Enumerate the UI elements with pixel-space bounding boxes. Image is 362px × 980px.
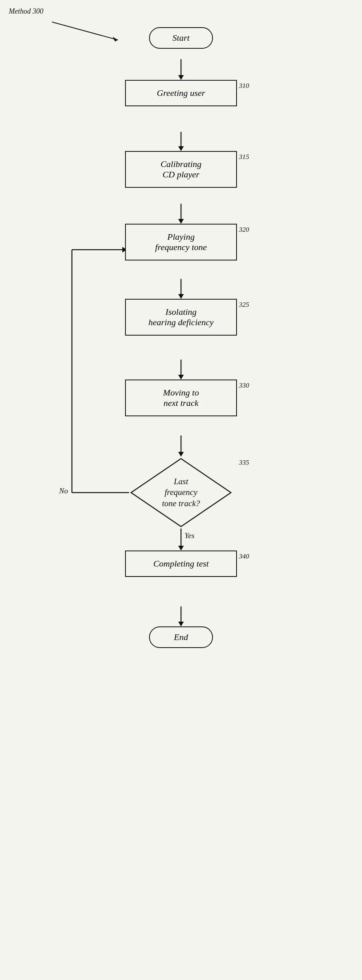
flowchart-diagram: Method 300 (0, 0, 362, 980)
yes-label: Yes (185, 531, 195, 540)
step-310: Greeting user (125, 80, 237, 106)
step-num-310: 310 (239, 82, 249, 90)
step-num-330: 330 (239, 382, 249, 390)
svg-marker-13 (178, 452, 184, 457)
step-330: Moving to next track (125, 380, 237, 416)
svg-marker-3 (178, 75, 184, 80)
svg-marker-9 (178, 294, 184, 299)
svg-marker-17 (178, 622, 184, 626)
svg-line-0 (52, 22, 118, 40)
svg-marker-15 (178, 546, 184, 551)
svg-marker-11 (178, 375, 184, 380)
step-335-diamond: Lastfrequencytone track? (129, 457, 233, 529)
step-num-340: 340 (239, 553, 249, 561)
step-num-315: 315 (239, 153, 249, 161)
step-340: Completing test (125, 551, 237, 577)
step-315: Calibrating CD player (125, 151, 237, 188)
svg-marker-1 (113, 37, 118, 42)
step-num-335: 335 (239, 459, 249, 467)
no-label: No (59, 487, 68, 495)
end-node: End (149, 626, 213, 648)
svg-marker-7 (178, 219, 184, 224)
step-320: Playing frequency tone (125, 224, 237, 260)
step-num-320: 320 (239, 226, 249, 234)
step-num-325: 325 (239, 301, 249, 309)
step-325: Isolating hearing deficiency (125, 299, 237, 336)
svg-marker-5 (178, 146, 184, 151)
method-label: Method 300 (9, 7, 43, 16)
start-node: Start (149, 27, 213, 49)
